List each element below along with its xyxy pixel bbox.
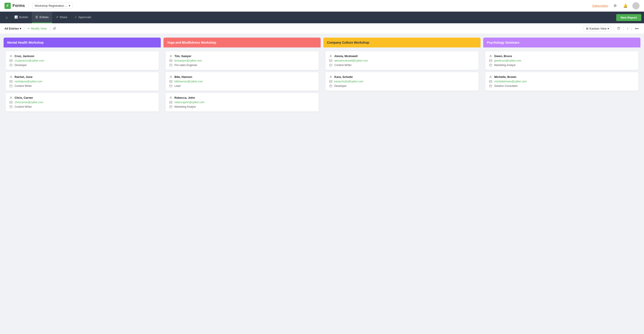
kanban-chevron-icon: ▾: [608, 27, 609, 30]
card-role-row: Solution Consultant: [489, 84, 635, 88]
table-row[interactable]: Kara, Schultz karaschultz@zylker.com Dev…: [325, 72, 479, 91]
table-row[interactable]: Rachel, June racheljune@zylker.com Conte…: [5, 72, 159, 91]
svg-rect-16: [170, 60, 172, 62]
all-entries-chevron-icon: ▾: [20, 27, 21, 30]
card-email: karaschultz@zylker.com: [334, 80, 364, 83]
card-email-row: chriscarner@zylker.com: [9, 101, 155, 104]
card-role: Pre-sales Engineer: [174, 64, 197, 67]
settings-icon[interactable]: ⚙: [612, 2, 618, 9]
svg-point-0: [10, 55, 12, 56]
card-name: Rebecca, John: [174, 96, 195, 100]
svg-rect-31: [330, 60, 332, 62]
table-row[interactable]: Alexia, Mcdowell alexiamcdowell@zylker.c…: [325, 51, 479, 70]
card-name-row: Tim, Sawyer: [169, 54, 315, 58]
card-name: Tim, Sawyer: [174, 54, 192, 58]
kanban-view-label: Kanban View: [589, 27, 606, 30]
card-email-row: gwebruce@zylker.com: [489, 59, 635, 62]
card-name-row: Kara, Schultz: [329, 75, 475, 78]
nav-entries-label: Entries: [40, 16, 48, 19]
nav-approvals[interactable]: ✓ Approvals: [71, 12, 95, 23]
column-header-psychology: Psychology Seminars: [483, 38, 640, 48]
logo-area: F Forms: [4, 3, 25, 9]
all-entries-button[interactable]: All Entries ▾: [4, 27, 21, 30]
badge-icon: [169, 105, 173, 108]
badge-icon: [489, 84, 492, 88]
email-icon: [329, 80, 332, 83]
card-name: Chris, Carner: [14, 96, 33, 100]
card-role: Content Writer: [334, 64, 352, 67]
column-body-yoga-mindfulness: Tim, Sawyer timsawyer@zylker.com Pre-sal…: [164, 48, 321, 330]
email-icon: [9, 80, 13, 83]
nav-share[interactable]: ↗ Share: [52, 12, 71, 23]
separator-1: |: [24, 27, 25, 31]
svg-rect-11: [10, 101, 12, 103]
column-header-company-culture: Company Culture Workshop: [323, 38, 480, 48]
table-row[interactable]: Chris, Carner chriscarner@zylker.com Con…: [5, 93, 159, 112]
svg-rect-6: [10, 80, 12, 82]
share-icon: ↗: [56, 16, 58, 19]
card-email: alexiamcdowell@zylker.com: [334, 59, 368, 62]
more-options-icon[interactable]: •••: [634, 26, 640, 32]
svg-point-20: [170, 76, 172, 77]
person-icon: [329, 76, 332, 78]
card-name-row: Gwen, Bruce: [489, 54, 635, 58]
clock-icon[interactable]: ⏱: [616, 26, 622, 32]
separator-4: |: [623, 27, 624, 31]
card-role: Developer: [334, 84, 347, 88]
nav-builder[interactable]: 📊 Builder: [11, 12, 32, 23]
card-role: Marketing Analyst: [494, 64, 516, 67]
refresh-button[interactable]: ↺: [53, 26, 56, 31]
new-report-button[interactable]: New Report: [616, 14, 641, 21]
separator-2: |: [49, 27, 50, 31]
kanban-view-button[interactable]: ⊞ Kanban View ▾: [584, 26, 611, 31]
card-role-row: Marketing Analyst: [169, 105, 315, 108]
card-name-row: Bibi, Hanson: [169, 75, 315, 78]
email-icon: [9, 59, 13, 62]
kanban-column-yoga-mindfulness: Yoga and Mindfulness Workshop Tim, Sawye…: [164, 38, 321, 330]
top-bar: F Forms Workshop Registration ... ▾ Subs…: [0, 0, 644, 12]
nav-entries[interactable]: ☰ Entries: [32, 12, 52, 23]
card-name-row: Rachel, June: [9, 75, 155, 78]
form-selector[interactable]: Workshop Registration ... ▾: [32, 3, 73, 9]
card-name: Bibi, Hanson: [174, 75, 192, 78]
table-row[interactable]: Gwen, Bruce gwebruce@zylker.com Marketin…: [485, 51, 639, 70]
svg-point-35: [330, 76, 332, 77]
table-row[interactable]: Tim, Sawyer timsawyer@zylker.com Pre-sal…: [165, 51, 319, 70]
subscription-link[interactable]: Subscription: [592, 4, 608, 8]
card-email-row: michellebrown@zylker.com: [489, 80, 635, 83]
column-body-company-culture: Alexia, Mcdowell alexiamcdowell@zylker.c…: [323, 48, 480, 330]
person-icon: [489, 54, 492, 58]
table-row[interactable]: Michelle, Brown michellebrown@zylker.com…: [485, 72, 639, 91]
export-icon[interactable]: ↑: [626, 26, 630, 32]
nav-home-icon[interactable]: ⌂: [3, 14, 11, 22]
email-icon: [169, 80, 173, 83]
all-entries-label: All Entries: [4, 27, 19, 30]
card-role: Content Writer: [14, 84, 32, 88]
card-email-row: karaschultz@zylker.com: [329, 80, 475, 83]
card-role: Marketing Analyst: [174, 105, 196, 108]
card-role-row: Content Writer: [329, 64, 475, 67]
modify-view-button[interactable]: ✏ Modify View: [28, 27, 46, 30]
person-icon: [329, 54, 332, 58]
svg-point-15: [170, 55, 172, 56]
table-row[interactable]: Cruz, Jackson cruzjackson@zylker.com Dev…: [5, 51, 159, 70]
avatar[interactable]: [632, 2, 640, 10]
card-email: bibihanson@zylker.com: [174, 80, 203, 83]
svg-rect-36: [330, 80, 332, 82]
svg-point-30: [330, 55, 332, 56]
table-row[interactable]: Bibi, Hanson bibihanson@zylker.com Lead: [165, 72, 319, 91]
table-row[interactable]: Rebecca, John rebeccajohn@zylker.com Mar…: [165, 93, 319, 112]
bell-icon[interactable]: 🔔: [622, 2, 629, 9]
nav-share-label: Share: [60, 16, 68, 19]
card-email: timsawyer@zylker.com: [174, 59, 202, 62]
card-name: Michelle, Brown: [494, 75, 516, 78]
toolbar: All Entries ▾ | ✏ Modify View | ↺ ⊞ Kanb…: [0, 23, 644, 34]
card-name-row: Alexia, Mcdowell: [329, 54, 475, 58]
email-icon: [489, 80, 492, 83]
kanban-column-company-culture: Company Culture Workshop Alexia, Mcdowel…: [323, 38, 480, 330]
badge-icon: [169, 84, 173, 88]
card-role-row: Marketing Analyst: [489, 64, 635, 67]
svg-rect-21: [170, 80, 172, 82]
divider: [28, 3, 29, 8]
card-role-row: Lead: [169, 84, 315, 88]
